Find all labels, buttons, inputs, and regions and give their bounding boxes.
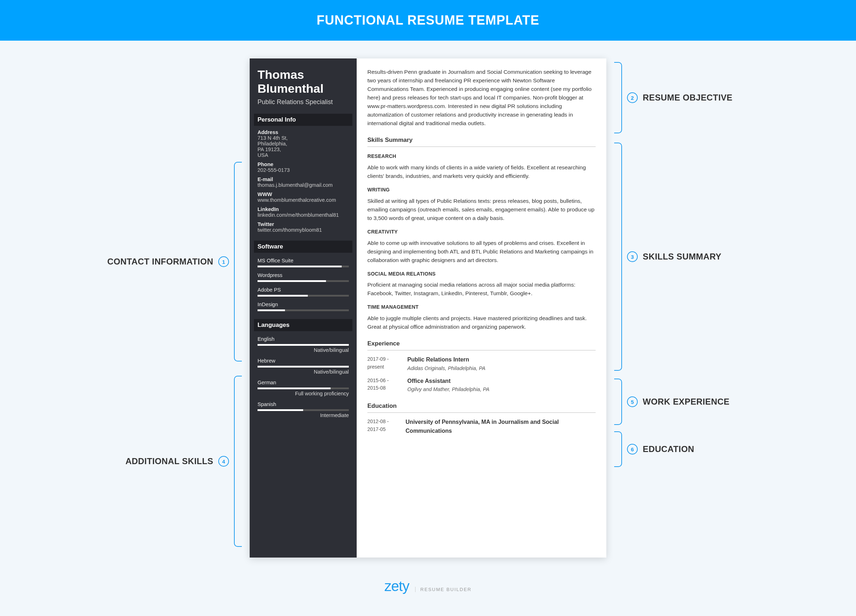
- experience-row: 2017-09 - presentPublic Relations Intern…: [367, 355, 596, 372]
- email-value: thomas.j.blumenthal@gmail.com: [257, 182, 349, 188]
- software-skill: Wordpress: [257, 272, 349, 278]
- annot-badge-3: 3: [627, 251, 638, 262]
- footer: zety RESUME BUILDER: [0, 568, 856, 612]
- software-skill: MS Office Suite: [257, 258, 349, 263]
- bracket-icon: [234, 376, 242, 547]
- bracket-icon: [614, 62, 622, 133]
- exp-org: Ogilvy and Mather, Philadelphia, PA: [407, 386, 490, 393]
- skill-subhead: WRITING: [367, 186, 596, 194]
- annot-skills-label: SKILLS SUMMARY: [643, 252, 722, 262]
- skill-bar: [257, 387, 349, 389]
- skill-text: Proficient at managing social media rela…: [367, 281, 596, 298]
- email-label: E-mail: [257, 177, 349, 182]
- language-name: German: [257, 379, 349, 386]
- skills-heading: Skills Summary: [367, 135, 596, 147]
- applicant-name: Thomas Blumenthal: [257, 68, 349, 95]
- brand-tagline: RESUME BUILDER: [415, 587, 472, 592]
- section-software: Software: [254, 241, 353, 253]
- education-row: 2012-08 - 2017-05University of Pennsylva…: [367, 418, 596, 436]
- exp-role: Office Assistant: [407, 377, 490, 386]
- resume-document: Thomas Blumenthal Public Relations Speci…: [250, 58, 606, 558]
- experience-heading: Experience: [367, 339, 596, 350]
- annot-badge-1: 1: [218, 256, 229, 267]
- language-level: Native/bilingual: [257, 369, 349, 375]
- applicant-title: Public Relations Specialist: [257, 98, 349, 106]
- exp-role: Public Relations Intern: [407, 355, 485, 364]
- skill-bar: [257, 409, 349, 411]
- bracket-icon: [614, 143, 622, 371]
- resume-objective: Results-driven Penn graduate in Journali…: [367, 68, 596, 128]
- annotations-left: CONTACT INFORMATION 1 ADDITIONAL SKILLS …: [103, 58, 242, 547]
- language-name: English: [257, 336, 349, 342]
- language-level: Native/bilingual: [257, 347, 349, 353]
- annot-objective-label: RESUME OBJECTIVE: [643, 93, 733, 103]
- annotations-right: 2 RESUME OBJECTIVE 3 SKILLS SUMMARY 5 WO…: [614, 58, 753, 467]
- annot-additional-label: ADDITIONAL SKILLS: [126, 456, 213, 466]
- bracket-icon: [614, 431, 622, 467]
- page-banner: FUNCTIONAL RESUME TEMPLATE: [0, 0, 856, 41]
- address-label: Address: [257, 129, 349, 135]
- phone-value: 202-555-0173: [257, 167, 349, 173]
- linkedin-label: LinkedIn: [257, 206, 349, 212]
- brand-logo: zety: [385, 578, 409, 594]
- annot-badge-6: 6: [627, 444, 638, 455]
- skill-subhead: CREATIVITY: [367, 228, 596, 236]
- skill-subhead: TIME MANAGEMENT: [367, 303, 596, 311]
- address-value: 713 N 4th St, Philadelphia, PA 19123, US…: [257, 135, 349, 158]
- twitter-value: twitter.com/thommybloom81: [257, 227, 349, 233]
- annot-badge-2: 2: [627, 92, 638, 103]
- language-level: Intermediate: [257, 412, 349, 418]
- exp-date: 2017-09 - present: [367, 355, 399, 372]
- skill-bar: [257, 280, 349, 282]
- exp-date: 2015-06 - 2015-08: [367, 377, 399, 393]
- skill-bar: [257, 344, 349, 346]
- skill-bar: [257, 295, 349, 296]
- skill-bar: [257, 266, 349, 267]
- skill-bar: [257, 366, 349, 367]
- skill-subhead: SOCIAL MEDIA RELATIONS: [367, 270, 596, 278]
- software-skill: Adobe PS: [257, 287, 349, 293]
- resume-main: Results-driven Penn graduate in Journali…: [357, 58, 606, 558]
- software-skill: InDesign: [257, 301, 349, 307]
- resume-sidebar: Thomas Blumenthal Public Relations Speci…: [250, 58, 357, 558]
- education-heading: Education: [367, 401, 596, 413]
- annot-education-label: EDUCATION: [643, 444, 694, 454]
- language-name: Spanish: [257, 401, 349, 407]
- bracket-icon: [614, 379, 622, 425]
- language-level: Full working proficiency: [257, 391, 349, 396]
- section-languages: Languages: [254, 319, 353, 331]
- edu-date: 2012-08 - 2017-05: [367, 418, 398, 436]
- edu-degree: University of Pennsylvania, MA in Journa…: [405, 418, 596, 436]
- skill-bar: [257, 309, 349, 311]
- section-personal-info: Personal Info: [254, 114, 353, 126]
- skill-text: Able to come up with innovative solution…: [367, 239, 596, 264]
- www-label: WWW: [257, 191, 349, 197]
- annot-badge-5: 5: [627, 396, 638, 407]
- skill-text: Able to work with many kinds of clients …: [367, 163, 596, 180]
- annot-contact-label: CONTACT INFORMATION: [107, 257, 213, 267]
- skill-text: Able to juggle multiple clients and proj…: [367, 314, 596, 331]
- twitter-label: Twitter: [257, 221, 349, 227]
- skill-subhead: RESEARCH: [367, 152, 596, 160]
- phone-label: Phone: [257, 161, 349, 167]
- annot-badge-4: 4: [218, 456, 229, 467]
- www-value: www.thomblumenthalcreative.com: [257, 197, 349, 203]
- linkedin-value: linkedin.com/me/thomblumenthal81: [257, 212, 349, 218]
- annot-experience-label: WORK EXPERIENCE: [643, 397, 730, 407]
- skill-text: Skilled at writing all types of Public R…: [367, 197, 596, 223]
- stage: CONTACT INFORMATION 1 ADDITIONAL SKILLS …: [0, 41, 856, 568]
- language-name: Hebrew: [257, 358, 349, 364]
- experience-row: 2015-06 - 2015-08Office AssistantOgilvy …: [367, 377, 596, 393]
- bracket-icon: [234, 162, 242, 361]
- exp-org: Adidas Originals, Philadelphia, PA: [407, 364, 485, 372]
